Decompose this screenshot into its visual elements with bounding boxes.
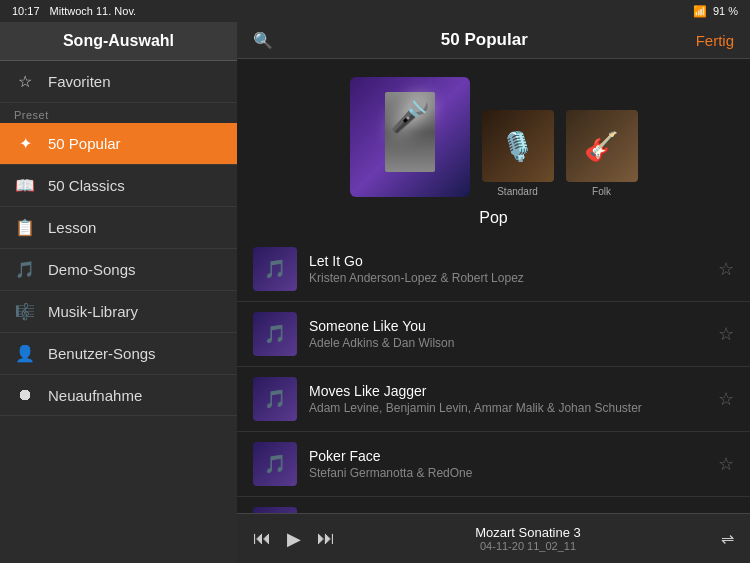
library-icon: 🎼	[14, 302, 36, 321]
status-right: 📶 91 %	[693, 5, 738, 18]
song-artist-1: Kristen Anderson-Lopez & Robert Lopez	[309, 271, 706, 285]
sidebar-label-benutzer-songs: Benutzer-Songs	[48, 345, 156, 362]
done-button[interactable]: Fertig	[696, 32, 734, 49]
song-info-1: Let It Go Kristen Anderson-Lopez & Rober…	[309, 253, 706, 285]
song-item-5[interactable]: 🎵 Hallelujah Leonard Cohen ☆	[237, 497, 750, 513]
song-thumb-4: 🎵	[253, 442, 297, 486]
main-layout: Song-Auswahl ☆ Favoriten Preset ✦ 50 Pop…	[0, 22, 750, 563]
sidebar-label-favoriten: Favoriten	[48, 73, 111, 90]
sidebar-item-favoriten[interactable]: ☆ Favoriten	[0, 61, 237, 103]
song-thumb-2: 🎵	[253, 312, 297, 356]
player-track-name: Mozart Sonatine 3	[351, 525, 705, 540]
song-artist-3: Adam Levine, Benjamin Levin, Ammar Malik…	[309, 401, 706, 415]
sidebar-label-50popular: 50 Popular	[48, 135, 121, 152]
song-title-3: Moves Like Jagger	[309, 383, 706, 399]
sidebar-title: Song-Auswahl	[63, 32, 174, 49]
player-info: Mozart Sonatine 3 04-11-20 11_02_11	[351, 525, 705, 552]
sidebar-label-neuaufnahme: Neuaufnahme	[48, 387, 142, 404]
battery-indicator: 91 %	[713, 5, 738, 17]
sidebar-label-50classics: 50 Classics	[48, 177, 125, 194]
song-item-1[interactable]: 🎵 Let It Go Kristen Anderson-Lopez & Rob…	[237, 237, 750, 302]
song-title-1: Let It Go	[309, 253, 706, 269]
fav-btn-2[interactable]: ☆	[718, 323, 734, 345]
status-bar: 10:17 Mittwoch 11. Nov. 📶 91 %	[0, 0, 750, 22]
song-thumb-1: 🎵	[253, 247, 297, 291]
player-bar: ⏮ ▶ ⏭ Mozart Sonatine 3 04-11-20 11_02_1…	[237, 513, 750, 563]
folk-thumbnail[interactable]: 🎸	[566, 110, 638, 182]
sidebar-preset-label: Preset	[0, 103, 237, 123]
standard-thumbnail[interactable]: 🎙️	[482, 110, 554, 182]
song-list[interactable]: 🎵 Let It Go Kristen Anderson-Lopez & Rob…	[237, 237, 750, 513]
sidebar-item-50popular[interactable]: ✦ 50 Popular	[0, 123, 237, 165]
status-time: 10:17	[12, 5, 40, 17]
standard-label: Standard	[497, 186, 538, 197]
fav-btn-4[interactable]: ☆	[718, 453, 734, 475]
prev-button[interactable]: ⏮	[253, 528, 271, 549]
playlist-thumb-pop[interactable]	[350, 77, 470, 197]
classics-icon: 📖	[14, 176, 36, 195]
song-info-2: Someone Like You Adele Adkins & Dan Wils…	[309, 318, 706, 350]
fav-btn-3[interactable]: ☆	[718, 388, 734, 410]
sidebar-item-lesson[interactable]: 📋 Lesson	[0, 207, 237, 249]
content-title: 50 Popular	[273, 30, 696, 50]
song-item-2[interactable]: 🎵 Someone Like You Adele Adkins & Dan Wi…	[237, 302, 750, 367]
sidebar-item-demo-songs[interactable]: 🎵 Demo-Songs	[0, 249, 237, 291]
sidebar-item-benutzer-songs[interactable]: 👤 Benutzer-Songs	[0, 333, 237, 375]
sidebar-label-musik-library: Musik-Library	[48, 303, 138, 320]
play-button[interactable]: ▶	[287, 528, 301, 550]
sidebar-item-50classics[interactable]: 📖 50 Classics	[0, 165, 237, 207]
folk-label: Folk	[592, 186, 611, 197]
sidebar-header: Song-Auswahl	[0, 22, 237, 61]
player-controls: ⏮ ▶ ⏭	[253, 528, 335, 550]
wifi-icon: 📶	[693, 5, 707, 18]
player-date: 04-11-20 11_02_11	[351, 540, 705, 552]
next-button[interactable]: ⏭	[317, 528, 335, 549]
demo-icon: 🎵	[14, 260, 36, 279]
sidebar-item-neuaufnahme[interactable]: ⏺ Neuaufnahme	[0, 375, 237, 416]
playlist-section: 🎙️ Standard 🎸 Folk	[237, 59, 750, 205]
fav-btn-1[interactable]: ☆	[718, 258, 734, 280]
record-icon: ⏺	[14, 386, 36, 404]
song-item-4[interactable]: 🎵 Poker Face Stefani Germanotta & RedOne…	[237, 432, 750, 497]
star-icon: ☆	[14, 72, 36, 91]
song-info-3: Moves Like Jagger Adam Levine, Benjamin …	[309, 383, 706, 415]
popular-icon: ✦	[14, 134, 36, 153]
search-button[interactable]: 🔍	[253, 31, 273, 50]
status-left: 10:17 Mittwoch 11. Nov.	[12, 5, 136, 17]
user-icon: 👤	[14, 344, 36, 363]
content-area: 🔍 50 Popular Fertig 🎙️ Standard 🎸 Folk P…	[237, 22, 750, 563]
playlist-thumb-standard[interactable]: 🎙️ Standard	[482, 110, 554, 197]
song-title-4: Poker Face	[309, 448, 706, 464]
repeat-button[interactable]: ⇌	[721, 529, 734, 548]
playlist-thumb-folk[interactable]: 🎸 Folk	[566, 110, 638, 197]
song-info-4: Poker Face Stefani Germanotta & RedOne	[309, 448, 706, 480]
song-artist-2: Adele Adkins & Dan Wilson	[309, 336, 706, 350]
sidebar-item-musik-library[interactable]: 🎼 Musik-Library	[0, 291, 237, 333]
content-header: 🔍 50 Popular Fertig	[237, 22, 750, 59]
sidebar-label-demo-songs: Demo-Songs	[48, 261, 136, 278]
song-item-3[interactable]: 🎵 Moves Like Jagger Adam Levine, Benjami…	[237, 367, 750, 432]
category-title: Pop	[237, 205, 750, 237]
status-day: Mittwoch 11. Nov.	[50, 5, 137, 17]
sidebar: Song-Auswahl ☆ Favoriten Preset ✦ 50 Pop…	[0, 22, 237, 563]
song-title-2: Someone Like You	[309, 318, 706, 334]
lesson-icon: 📋	[14, 218, 36, 237]
song-thumb-3: 🎵	[253, 377, 297, 421]
sidebar-label-lesson: Lesson	[48, 219, 96, 236]
song-artist-4: Stefani Germanotta & RedOne	[309, 466, 706, 480]
pop-thumbnail[interactable]	[350, 77, 470, 197]
